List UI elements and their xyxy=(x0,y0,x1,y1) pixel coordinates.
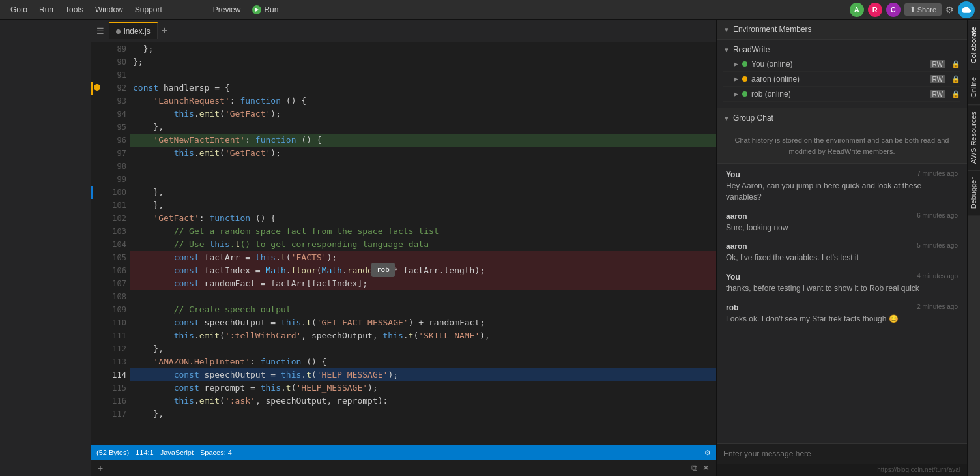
tab-debugger[interactable]: Debugger xyxy=(968,170,980,215)
msg-text: Sure, looking now xyxy=(726,222,958,233)
left-panel xyxy=(0,20,91,476)
rob-online-dot xyxy=(742,91,747,97)
member-play-icon-rob: ▶ xyxy=(734,91,738,97)
menu-preview[interactable]: Preview xyxy=(208,3,246,17)
status-language: JavaScript xyxy=(160,449,194,456)
menu-window[interactable]: Window xyxy=(90,3,128,17)
status-right: ⚙ xyxy=(704,449,711,457)
menu-bar: Goto Run Tools Window Support Preview Ru… xyxy=(0,0,980,20)
line-numbers: 89 90 91 92 93 94 95 96 97 98 xyxy=(91,42,130,445)
menu-goto[interactable]: Goto xyxy=(5,3,33,17)
chat-message: aaron 6 minutes ago Sure, looking now xyxy=(726,212,958,233)
terminal-close-icon[interactable]: ✕ xyxy=(702,463,710,473)
run-button[interactable]: Run xyxy=(247,3,283,17)
msg-time: 7 minutes ago xyxy=(917,170,958,177)
cloud-button[interactable] xyxy=(958,1,975,18)
status-left: (52 Bytes) 114:1 JavaScript Spaces: 4 xyxy=(96,449,232,456)
code-editor[interactable]: 89 90 91 92 93 94 95 96 97 98 xyxy=(91,42,716,445)
chat-messages[interactable]: You 7 minutes ago Hey Aaron, can you jum… xyxy=(717,164,967,443)
rw-arrow-icon: ▼ xyxy=(723,46,730,53)
avatar-c[interactable]: C xyxy=(886,3,901,17)
avatar-r[interactable]: R xyxy=(868,3,882,17)
msg-time: 4 minutes ago xyxy=(917,273,958,280)
tab-online[interactable]: Online xyxy=(968,70,980,104)
chat-message: rob 2 minutes ago Looks ok. I don't see … xyxy=(726,303,958,325)
chat-section: Chat history is stored on the environmen… xyxy=(717,128,967,476)
msg-author: rob xyxy=(726,303,738,312)
member-rob: ▶ rob (online) RW 🔒 xyxy=(723,87,960,102)
chat-message: You 7 minutes ago Hey Aaron, can you jum… xyxy=(726,170,958,203)
terminal-add-button[interactable]: + xyxy=(98,463,103,473)
member-play-icon: ▶ xyxy=(734,61,738,67)
terminal-bar: + ⧉ ✕ xyxy=(91,460,716,476)
status-spaces: Spaces: 4 xyxy=(200,449,232,456)
menu-tools[interactable]: Tools xyxy=(60,3,89,17)
rw-title: ReadWrite xyxy=(733,45,770,54)
menu-support[interactable]: Support xyxy=(130,3,167,17)
msg-author: You xyxy=(726,273,740,282)
run-icon xyxy=(252,5,261,14)
status-gear-icon[interactable]: ⚙ xyxy=(704,449,711,457)
share-icon: ⬆ xyxy=(910,5,915,14)
right-panel: ▼ Environment Members ▼ ReadWrite ▶ You … xyxy=(716,20,967,476)
member-aaron-name: aaron (online) xyxy=(751,74,800,83)
msg-time: 6 minutes ago xyxy=(917,212,958,219)
you-lock-icon[interactable]: 🔒 xyxy=(951,60,960,68)
readwrite-subsection: ▼ ReadWrite ▶ You (online) RW 🔒 ▶ aaron … xyxy=(717,40,967,104)
msg-time: 5 minutes ago xyxy=(917,242,958,249)
msg-time: 2 minutes ago xyxy=(917,303,958,310)
status-bytes: (52 Bytes) xyxy=(96,449,129,456)
bottom-url: https://blog.coin.net/turn/avai xyxy=(717,464,967,476)
tab-list-icon[interactable]: ☰ xyxy=(96,26,104,36)
member-you-name: You (online) xyxy=(751,59,793,68)
msg-author: aaron xyxy=(726,212,747,221)
group-chat-header[interactable]: ▼ Group Chat xyxy=(717,108,967,128)
env-title: Environment Members xyxy=(733,25,812,34)
tab-collaborate[interactable]: Collaborate xyxy=(968,20,980,70)
env-section-header[interactable]: ▼ Environment Members xyxy=(717,20,967,40)
tab-dot xyxy=(116,29,121,34)
msg-text: Ok, I've fixed the variables. Let's test… xyxy=(726,252,958,263)
member-rob-badge: RW xyxy=(930,90,945,98)
you-online-dot xyxy=(742,61,747,67)
menu-items: Goto Run Tools Window Support Preview Ru… xyxy=(5,3,850,17)
collab-sidebar: Collaborate Online AWS Resources Debugge… xyxy=(967,20,980,476)
member-play-icon-aaron: ▶ xyxy=(734,76,738,82)
status-position: 114:1 xyxy=(136,449,154,456)
editor-tab[interactable]: index.js xyxy=(109,22,158,39)
chat-arrow-icon: ▼ xyxy=(723,115,730,122)
share-button[interactable]: ⬆ Share xyxy=(904,3,942,16)
avatar-a[interactable]: A xyxy=(850,3,864,17)
msg-text: thanks, before testing i want to show it… xyxy=(726,283,958,294)
member-rob-name: rob (online) xyxy=(751,89,791,98)
member-aaron: ▶ aaron (online) RW 🔒 xyxy=(723,72,960,87)
status-bar: (52 Bytes) 114:1 JavaScript Spaces: 4 ⚙ xyxy=(91,445,716,460)
settings-icon[interactable]: ⚙ xyxy=(945,5,954,15)
tab-aws-resources[interactable]: AWS Resources xyxy=(968,104,980,170)
chat-message: aaron 5 minutes ago Ok, I've fixed the v… xyxy=(726,242,958,263)
chat-input[interactable] xyxy=(723,449,960,458)
terminal-copy-icon[interactable]: ⧉ xyxy=(691,463,697,473)
aaron-lock-icon[interactable]: 🔒 xyxy=(951,75,960,83)
editor-area: ☰ index.js + 89 90 91 92 93 xyxy=(91,20,716,476)
msg-author: aaron xyxy=(726,242,747,251)
member-aaron-badge: RW xyxy=(930,75,945,83)
chat-message: You 4 minutes ago thanks, before testing… xyxy=(726,273,958,294)
member-you-badge: RW xyxy=(930,60,945,68)
terminal-actions: ⧉ ✕ xyxy=(691,463,710,473)
chat-input-area xyxy=(717,443,967,464)
add-tab-button[interactable]: + xyxy=(162,25,167,37)
code-content: }; }; const handlersp = { 'LaunchRequest… xyxy=(130,42,716,445)
aaron-online-dot xyxy=(742,76,747,82)
chat-title: Group Chat xyxy=(733,113,773,123)
msg-text: Looks ok. I don't see my Star trek facts… xyxy=(726,314,958,325)
rw-header[interactable]: ▼ ReadWrite xyxy=(723,42,960,57)
env-arrow-icon: ▼ xyxy=(723,26,730,33)
rob-lock-icon[interactable]: 🔒 xyxy=(951,90,960,98)
msg-author: You xyxy=(726,170,740,179)
menu-run[interactable]: Run xyxy=(34,3,59,17)
member-you: ▶ You (online) RW 🔒 xyxy=(723,57,960,72)
msg-text: Hey Aaron, can you jump in here quick an… xyxy=(726,181,958,203)
tab-bar: ☰ index.js + xyxy=(91,20,716,42)
chat-info: Chat history is stored on the environmen… xyxy=(717,128,967,164)
